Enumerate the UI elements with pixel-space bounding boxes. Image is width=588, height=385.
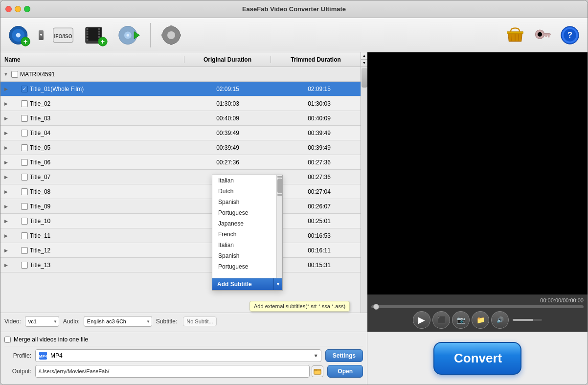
browse-button[interactable] — [312, 365, 323, 377]
convert-button[interactable]: Convert — [433, 342, 521, 375]
snapshot-button[interactable]: 📷 — [452, 311, 470, 329]
row-title: Title_01(Whole Film) — [30, 86, 84, 92]
scroll-up-button[interactable]: ▲ — [361, 52, 367, 60]
toolbar: + ▼ IFO/ISO — [0, 18, 588, 52]
expand-icon[interactable]: ▶ — [2, 159, 9, 166]
video-label: Video: — [4, 318, 21, 325]
dropdown-item-italian[interactable]: Italian — [212, 175, 277, 186]
row-checkbox[interactable] — [21, 86, 28, 92]
table-row[interactable]: ▶ Title_01(Whole Film) 02:09:15 02:09:15 — [0, 82, 367, 96]
row-checkbox[interactable] — [21, 144, 28, 151]
dropdown-item-spanish2[interactable]: Spanish — [212, 250, 277, 261]
row-checkbox[interactable] — [21, 130, 28, 136]
row-checkbox[interactable] — [21, 159, 28, 166]
row-checkbox[interactable] — [21, 115, 28, 122]
table-row[interactable]: ▶ Title_06 00:27:36 00:27:36 — [0, 155, 367, 170]
expand-icon[interactable]: ▶ — [2, 130, 9, 136]
table-row[interactable]: ▶ Title_10 00:25: 00:25:01 — [0, 214, 367, 228]
dropdown-item-italian2[interactable]: Italian — [212, 240, 277, 250]
help-button[interactable]: ? — [557, 23, 583, 47]
profile-select[interactable]: MP4 MP4 ▼ — [35, 349, 321, 362]
volume-slider[interactable] — [513, 319, 542, 321]
svg-rect-37 — [548, 35, 550, 38]
group-expand-icon[interactable]: ▼ — [2, 71, 9, 78]
row-checkbox[interactable] — [21, 262, 28, 269]
expand-icon[interactable]: ▶ — [2, 262, 9, 269]
row-checkbox[interactable] — [21, 232, 28, 239]
table-row[interactable]: ▶ Title_13 00:15: 00:15:31 — [0, 258, 367, 272]
table-row[interactable]: ▶ Title_07 00:27: 00:27:36 — [0, 170, 367, 184]
dropdown-item-french[interactable]: French — [212, 229, 277, 240]
audio-select-wrapper: English ac3 6Ch — [84, 316, 152, 327]
row-checkbox[interactable] — [21, 203, 28, 210]
table-row[interactable]: ▶ Title_12 00:16: 00:16:11 — [0, 243, 367, 258]
output-path[interactable]: /Users/jerry/Movies/EaseFab/ — [35, 365, 310, 378]
dropdown-arrow-button[interactable]: ▼ — [39, 30, 44, 40]
audio-select[interactable]: English ac3 6Ch — [84, 316, 152, 327]
table-scroll-thumb[interactable] — [362, 68, 367, 88]
table-row[interactable]: ▶ Title_04 00:39:49 00:39:49 — [0, 126, 367, 140]
svg-text:IFO/ISO: IFO/ISO — [54, 33, 72, 39]
expand-icon[interactable]: ▶ — [2, 100, 9, 107]
dropdown-item-japanese[interactable]: Japanese — [212, 218, 277, 229]
expand-icon[interactable]: ▶ — [2, 218, 9, 225]
row-title: Title_10 — [30, 218, 50, 225]
table-row[interactable]: ▶ Title_03 00:40:09 00:40:09 — [0, 111, 367, 126]
dropdown-item-spanish[interactable]: Spanish — [212, 197, 277, 207]
table-row[interactable]: ▶ Title_05 00:39:49 00:39:49 — [0, 140, 367, 155]
row-trim: 00:27:36 — [271, 159, 367, 166]
key-button[interactable] — [530, 23, 555, 47]
row-checkbox[interactable] — [21, 188, 28, 195]
group-header-row[interactable]: ▼ MATRIX4591 — [0, 67, 367, 82]
open-button[interactable]: Open — [327, 365, 363, 378]
expand-icon[interactable]: ▶ — [2, 232, 9, 239]
add-subtitle-label[interactable]: Add Subtitle — [212, 278, 273, 290]
table-row[interactable]: ▶ Title_11 00:16: 00:16:53 — [0, 228, 367, 243]
group-checkbox[interactable] — [11, 71, 18, 78]
stop-button[interactable]: ⬛ — [432, 311, 450, 329]
row-checkbox[interactable] — [21, 100, 28, 107]
subtitle-dropdown-arrow[interactable]: ▼ — [273, 278, 282, 290]
video-select[interactable]: vc1 — [25, 316, 59, 327]
add-subtitle-dropdown-item[interactable]: Add Subtitle ▼ — [212, 278, 282, 290]
basket-button[interactable] — [502, 23, 528, 47]
group-title: MATRIX4591 — [20, 71, 55, 78]
add-iso-button[interactable]: IFO/ISO — [48, 22, 78, 49]
table-row[interactable]: ▶ Title_08 00:27: 00:27:04 — [0, 184, 367, 199]
open-folder-button[interactable]: 📁 — [472, 311, 489, 329]
expand-icon[interactable]: ▶ — [2, 203, 9, 210]
merge-checkbox[interactable] — [4, 337, 11, 343]
row-trim: 00:26:07 — [271, 203, 367, 210]
row-name: ▶ Title_06 — [0, 159, 184, 166]
expand-icon[interactable]: ▶ — [2, 188, 9, 195]
table-row[interactable]: ▶ Title_02 01:30:03 01:30:03 — [0, 96, 367, 111]
row-checkbox[interactable] — [21, 174, 28, 181]
row-checkbox[interactable] — [21, 247, 28, 254]
dropdown-item-portuguese[interactable]: Portuguese — [212, 207, 277, 218]
preferences-button[interactable] — [157, 22, 186, 49]
maximize-button[interactable] — [24, 6, 30, 12]
scroll-down-button[interactable]: ▼ — [361, 60, 367, 67]
table-scrollbar[interactable] — [361, 67, 367, 313]
settings-button[interactable]: Settings — [325, 349, 363, 362]
play-button[interactable]: ▶ — [413, 311, 430, 329]
expand-icon[interactable]: ▶ — [2, 247, 9, 254]
table-row[interactable]: ▶ Title_09 00:26: 00:26:07 — [0, 199, 367, 214]
seek-bar[interactable] — [371, 305, 584, 308]
volume-button[interactable]: 🔊 — [491, 311, 509, 329]
minimize-button[interactable] — [15, 6, 21, 12]
seek-thumb[interactable] — [373, 304, 379, 310]
add-video-button[interactable]: + — [82, 22, 111, 49]
add-dvd-button[interactable]: + — [5, 22, 35, 49]
output-label: Output: — [4, 368, 31, 375]
add-disc-button[interactable] — [115, 22, 144, 49]
expand-icon[interactable]: ▶ — [2, 86, 9, 92]
scroll-arrows: ▲ ▼ — [361, 52, 367, 67]
expand-icon[interactable]: ▶ — [2, 144, 9, 151]
dropdown-item-portuguese2[interactable]: Portuguese — [212, 261, 277, 272]
expand-icon[interactable]: ▶ — [2, 115, 9, 122]
close-button[interactable] — [5, 6, 12, 12]
expand-icon[interactable]: ▶ — [2, 174, 9, 181]
row-checkbox[interactable] — [21, 218, 28, 225]
dropdown-item-dutch[interactable]: Dutch — [212, 186, 277, 197]
